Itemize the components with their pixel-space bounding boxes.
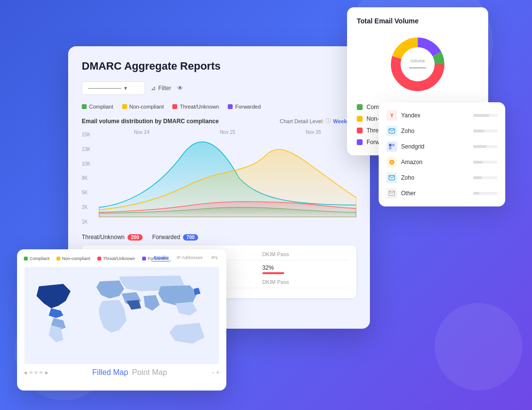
yandex-bar-fill [473, 114, 489, 117]
map-legend-threat: Threat/Unknown [97, 256, 135, 261]
map-legend-compliant: Compliant [24, 256, 50, 261]
chart-legend: Compliant Non-compliant Threat/Unknown F… [82, 104, 356, 110]
zoho2-bar-bg [473, 176, 497, 179]
map-tab-ip-addresses[interactable]: IP Addresses [174, 254, 205, 261]
y-label-5k: 5K [82, 190, 96, 195]
other-icon [386, 188, 397, 199]
date-filter-dropdown[interactable]: ──────── ▾ [82, 81, 145, 95]
map-card: Compliant Non-compliant Threat/Unknown F… [17, 249, 226, 391]
noncompliant-legend-dot [357, 116, 363, 122]
nav-dot-2 [35, 371, 37, 374]
map-next-arrow[interactable]: ▸ [45, 369, 48, 376]
legend-compliant: Compliant [82, 104, 113, 110]
info-icon: ⓘ [326, 117, 331, 125]
email-volume-title: Total Email Volume [357, 17, 478, 25]
world-map-svg [24, 267, 220, 364]
sender-sendgrid: Sendgrid [386, 141, 497, 152]
col-dkim-2: DKIM Pass [262, 279, 349, 285]
donut-center-label: Volume [410, 58, 425, 63]
sendgrid-bar-fill [473, 145, 487, 148]
nav-dot-3 [39, 371, 42, 374]
noncompliant-dot [122, 104, 127, 109]
svg-rect-3 [389, 147, 391, 149]
zoho2-icon [386, 172, 397, 183]
area-chart-svg [99, 130, 356, 217]
legend-threat: Threat/Unknown [172, 104, 219, 110]
threat-dot [172, 104, 177, 109]
sender-zoho-1: Zoho [386, 126, 497, 136]
map-forwarded-dot [142, 257, 146, 261]
donut-center-value: ──── [409, 64, 426, 71]
map-noncompliant-dot [56, 257, 60, 261]
map-zoom-controls: − + [211, 369, 220, 376]
zoho2-bar-fill [473, 176, 482, 179]
y-label-2k: 2K [82, 205, 96, 210]
bg-decoration-3 [435, 303, 522, 391]
compliant-legend-dot [357, 104, 363, 110]
dropdown-value: ──────── [88, 85, 121, 92]
zoho1-bar-fill [473, 130, 484, 132]
map-footer-point[interactable]: Point Map [132, 368, 167, 377]
page-title: DMARC Aggregate Reports [82, 60, 356, 73]
other-bar-fill [473, 192, 479, 195]
sender-other-left: Other [386, 188, 416, 199]
senders-card: Y Yandex Zoho [379, 102, 505, 206]
map-legend-noncompliant: Non-compliant [56, 256, 91, 261]
yandex-bar-bg [473, 114, 497, 117]
y-label-8k: 8K [82, 175, 96, 181]
status-badges-row: Threat/Unknown 200 Forwarded 700 [82, 234, 356, 241]
legend-forwarded: Forwarded [228, 104, 261, 110]
map-header: Compliant Non-compliant Threat/Unknown F… [24, 256, 220, 265]
y-label-10k: 10K [82, 161, 96, 167]
map-prev-arrow[interactable]: ◂ [24, 369, 27, 376]
threat-legend-dot [357, 128, 363, 133]
threat-count-badge: 200 [128, 234, 143, 241]
y-label-1k: 1K [82, 219, 96, 224]
chart-title: Email volume distribution by DMARC compl… [82, 118, 219, 125]
map-tab-emails[interactable]: Emails [151, 254, 171, 261]
map-legend: Compliant Non-compliant Threat/Unknown F… [24, 256, 169, 261]
donut-chart-svg: Volume ──── [386, 33, 449, 96]
filter-icon: ⊿ [151, 85, 156, 92]
amazon-bar-bg [473, 161, 497, 164]
map-footer-filled[interactable]: Filled Map [92, 368, 128, 377]
zoho1-bar-bg [473, 130, 497, 132]
amazon-bar-fill [473, 161, 483, 164]
sender-zoho2-left: Zoho [386, 172, 414, 183]
sender-zoho-2: Zoho [386, 172, 497, 183]
sender-yandex-left: Y Yandex [386, 110, 421, 121]
zoho1-icon [386, 126, 397, 136]
eye-icon: 👁 [177, 85, 183, 92]
filter-row: ──────── ▾ ⊿ Filter 👁 [82, 81, 356, 95]
chart-svg-container [99, 130, 356, 217]
other-bar-bg [473, 192, 497, 195]
map-tabs: Emails IP Addresses IPs [151, 254, 220, 261]
y-label-13k: 13K [82, 147, 96, 152]
map-compliant-dot [24, 257, 28, 261]
dkim-pass-cell: 32% [262, 264, 349, 274]
svg-rect-2 [392, 144, 395, 146]
map-threat-dot [97, 257, 101, 261]
nav-dot-1 [30, 371, 33, 374]
map-tab-ips[interactable]: IPs [208, 254, 220, 261]
sender-amazon: A Amazon [386, 157, 497, 168]
filter-button[interactable]: ⊿ Filter [151, 85, 171, 92]
view-button[interactable]: 👁 [177, 85, 183, 92]
chart-detail-row: Chart Detail Level: ⓘ Weekly ▾ [280, 117, 356, 125]
senders-list: Y Yandex Zoho [386, 110, 497, 199]
chevron-down-icon: ▾ [124, 85, 127, 92]
y-label-15k: 15K [82, 132, 96, 137]
sender-amazon-left: A Amazon [386, 157, 422, 168]
forwarded-count-badge: 700 [183, 234, 198, 241]
amazon-icon: A [386, 157, 397, 168]
chart-area: 15K 13K 10K 8K 5K 2K 1K [82, 130, 356, 227]
zoom-in-icon[interactable]: + [216, 369, 220, 376]
map-navigation: ◂ ▸ [24, 369, 48, 376]
donut-chart-container: Volume ──── [357, 33, 478, 96]
zoom-out-icon[interactable]: − [211, 369, 215, 376]
legend-noncompliant: Non-compliant [122, 104, 164, 110]
sender-other: Other [386, 188, 497, 199]
map-footer: ◂ ▸ Filled Map Point Map − + [24, 368, 220, 377]
dkim-progress-bar [262, 272, 284, 274]
threat-badge: Threat/Unknown 200 [82, 234, 143, 241]
